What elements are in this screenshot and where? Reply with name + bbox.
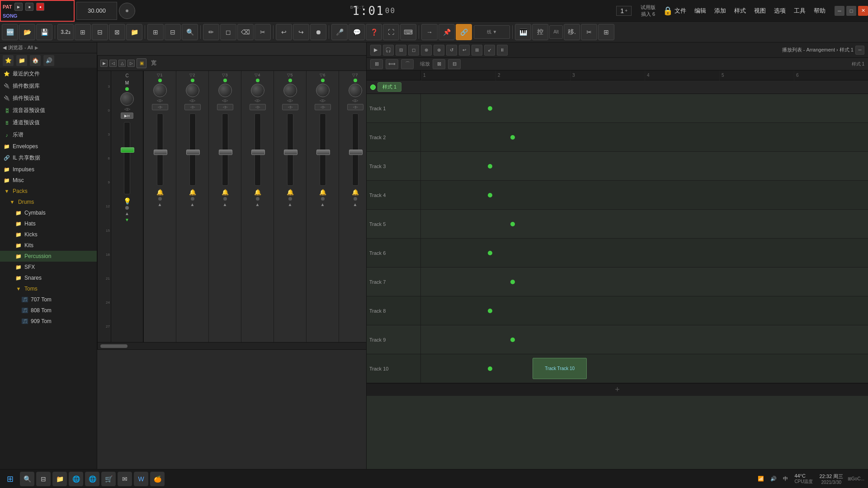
browser-item-scores[interactable]: ♪ 乐谱 xyxy=(0,129,97,141)
ch4-knob[interactable] xyxy=(251,84,264,97)
browser-nav-icon[interactable]: ◀ xyxy=(3,45,6,51)
arr-zoom-fit-btn[interactable]: ⊞ xyxy=(472,45,482,56)
arr-grid-icon[interactable]: ⊞ xyxy=(370,59,383,69)
menu-file[interactable]: 文件 xyxy=(673,6,688,16)
ch1-arrow-up[interactable]: ▲ xyxy=(158,202,162,207)
open-button[interactable]: 📂 xyxy=(19,24,35,40)
arr-minimize-btn[interactable]: ─ xyxy=(855,46,864,55)
menu-view[interactable]: 视图 xyxy=(752,6,768,16)
menu-tools[interactable]: 工具 xyxy=(792,6,807,16)
ch5-arrow-up[interactable]: ▲ xyxy=(288,202,292,207)
browser-item-envelopes[interactable]: 📁 Envelopes xyxy=(0,141,97,152)
menu-edit[interactable]: 编辑 xyxy=(693,6,708,16)
mixer-right-icon[interactable]: ▷ xyxy=(127,60,135,67)
menu-help[interactable]: 帮助 xyxy=(812,6,827,16)
arr-reduce-btn[interactable]: ↙ xyxy=(484,45,495,56)
ch3-arrow-up[interactable]: ▲ xyxy=(223,202,227,207)
scissor-button[interactable]: ✂ xyxy=(581,24,597,40)
new-button[interactable]: 🆕 xyxy=(2,24,18,40)
ch5-knob[interactable] xyxy=(283,84,297,97)
snap-button[interactable]: ⊞ xyxy=(147,24,164,40)
browser-item-707-tom[interactable]: 🎵 707 Tom xyxy=(0,294,97,305)
arr-loop-btn[interactable]: ↺ xyxy=(446,45,457,56)
track-4-content[interactable] xyxy=(421,181,868,209)
ch7-mute-btn[interactable]: ◁▷ xyxy=(347,104,363,110)
ch3-fader-handle[interactable] xyxy=(219,150,232,155)
browser-item-plugin-db[interactable]: 🔌 插件数据库 xyxy=(0,80,97,92)
record-button-tb[interactable]: ⏺ xyxy=(310,24,326,40)
ch6-arrow-up[interactable]: ▲ xyxy=(321,202,325,207)
grid-button[interactable]: ⊟ xyxy=(165,24,181,40)
browser-item-snares[interactable]: 📁 Snares xyxy=(0,272,97,283)
ch6-fader-handle[interactable] xyxy=(316,150,330,155)
browser-item-packs[interactable]: ▼ Packs xyxy=(0,186,97,197)
taskbar-mail-icon[interactable]: ✉ xyxy=(118,472,132,486)
taskbar-edge-icon[interactable]: 🌐 xyxy=(85,472,99,486)
channel-rack-button[interactable]: ⊞ xyxy=(75,24,91,40)
goto-icon[interactable]: ⊞GoC... xyxy=(846,475,866,482)
clock-area[interactable]: 22:32 周三 2021/3/30 xyxy=(820,473,844,485)
bar-counter[interactable]: 1 + xyxy=(616,6,632,16)
quantize-button[interactable]: ⊞ xyxy=(598,24,614,40)
microphone-button[interactable]: 🎤 xyxy=(331,24,348,40)
ch2-arrow-up[interactable]: ▲ xyxy=(190,202,195,207)
add-track-button[interactable]: + xyxy=(367,383,868,396)
browser-icon-speaker[interactable]: 🔊 xyxy=(43,55,54,66)
track-7-content[interactable] xyxy=(421,267,868,296)
browser-item-cymbals[interactable]: 📁 Cymbals xyxy=(0,207,97,218)
record-button[interactable]: ● xyxy=(36,3,44,11)
maximize-button[interactable]: □ xyxy=(846,6,856,16)
ch4-fader-handle[interactable] xyxy=(251,150,265,155)
arr-arrows-icon[interactable]: ⟺ xyxy=(386,59,398,69)
mixer-folder-icon[interactable]: ▣ xyxy=(137,58,146,68)
browser-icon-home[interactable]: 🏠 xyxy=(30,55,41,66)
mixer-left-icon[interactable]: ◁ xyxy=(109,60,117,67)
mixer-button[interactable]: 3.2₂ xyxy=(57,24,74,40)
master-mute-btn[interactable]: ▶H xyxy=(121,113,133,119)
browser-item-sfx[interactable]: 📁 SFX xyxy=(0,262,97,272)
ch7-knob[interactable] xyxy=(349,84,362,97)
mixer-up-icon[interactable]: △ xyxy=(118,60,126,67)
line-selector[interactable]: 线 ▼ xyxy=(474,25,510,39)
ch4-arrow-up[interactable]: ▲ xyxy=(255,202,260,207)
ch7-arrow-up[interactable]: ▲ xyxy=(353,202,358,207)
pin-button[interactable]: 📌 xyxy=(439,24,455,40)
slice-tool[interactable]: ✂ xyxy=(255,24,271,40)
browser-item-hats[interactable]: 📁 Hats xyxy=(0,218,97,229)
browser-item-misc[interactable]: 📁 Misc xyxy=(0,175,97,186)
close-button[interactable]: ✕ xyxy=(858,6,868,16)
play-button[interactable]: ▶ xyxy=(14,3,23,11)
browser-item-recent-files[interactable]: ⭐ 最近的文件 xyxy=(0,68,97,80)
volume-icon[interactable]: 🔊 xyxy=(769,475,778,483)
win-taskview-icon[interactable]: ⊟ xyxy=(36,472,51,486)
master-arrow-down[interactable]: ▼ xyxy=(125,217,129,222)
mixer-play-icon[interactable]: ▶ xyxy=(100,60,108,67)
browser-item-mixer-presets[interactable]: 🎛 混音器预设值 xyxy=(0,104,97,117)
select-tool[interactable]: ◻ xyxy=(220,24,236,40)
zoom-in-button[interactable]: 🔍 xyxy=(182,24,198,40)
browser-item-808-tom[interactable]: 🎵 808 Tom xyxy=(0,305,97,316)
master-fader-handle[interactable] xyxy=(121,147,134,153)
ch2-fader-handle[interactable] xyxy=(186,150,200,155)
playlist-button[interactable]: ⊠ xyxy=(109,24,125,40)
keyboard-button[interactable]: ⌨ xyxy=(400,24,416,40)
track-6-content[interactable] xyxy=(421,239,868,267)
browser-icon-folder[interactable]: 📁 xyxy=(16,55,27,66)
master-arrow-up[interactable]: ▲ xyxy=(125,211,129,216)
menu-add[interactable]: 添加 xyxy=(712,6,728,16)
arr-headphones-btn[interactable]: 🎧 xyxy=(383,45,394,56)
track-10-content[interactable]: Track Track 10 xyxy=(421,354,868,383)
taskbar-word-icon[interactable]: W xyxy=(134,472,148,486)
arr-undo-btn[interactable]: ↩ xyxy=(459,45,470,56)
browser-item-channel-presets[interactable]: 🎚 通道预设值 xyxy=(0,117,97,129)
arr-curve-icon[interactable]: ⌒ xyxy=(401,59,414,69)
taskbar-fl-icon[interactable]: 🍊 xyxy=(150,472,165,486)
comment-button[interactable]: 💬 xyxy=(349,24,365,40)
piano-button[interactable]: 🎹 xyxy=(515,24,531,40)
track-3-content[interactable] xyxy=(421,152,868,180)
redo-button[interactable]: ↪ xyxy=(293,24,309,40)
arr-snap-ruler-icon[interactable]: ⊟ xyxy=(448,59,461,69)
fullscreen-button[interactable]: ⛶ xyxy=(383,24,399,40)
track-5-content[interactable] xyxy=(421,210,868,238)
ch6-knob[interactable] xyxy=(316,84,330,97)
